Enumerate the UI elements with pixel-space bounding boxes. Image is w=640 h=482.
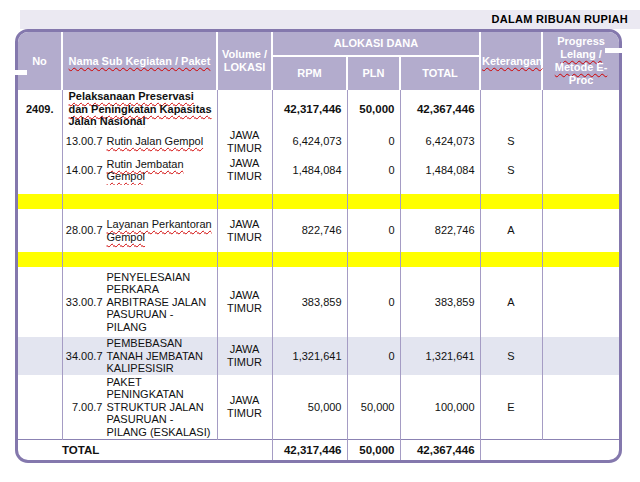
cell-rpm: 383,859	[272, 267, 347, 337]
keterangan-label: Keterangan	[482, 55, 543, 67]
col-header-progress: Progress Lelang / Metode E- Proc	[542, 32, 619, 90]
cell-name: Pelaksanaan Preservasi dan Peningkatan K…	[62, 90, 217, 128]
cell-pln: 0	[347, 337, 400, 375]
progress-line1: Progress	[557, 35, 605, 47]
cell-no	[18, 128, 62, 155]
cell-lokasi	[217, 90, 272, 128]
total-empty	[480, 439, 619, 460]
cell-keterangan: A	[480, 209, 542, 252]
paket-name: PAKET PENINGKATAN STRUKTUR JALAN PASURUA…	[107, 376, 215, 439]
cell-lokasi: JAWA TIMUR	[217, 375, 272, 439]
report-page: DALAM RIBUAN RUPIAH No Nama Sub Kegiatan…	[0, 0, 640, 482]
total-rpm: 42,317,446	[272, 439, 347, 460]
cell-lokasi: JAWA TIMUR	[217, 155, 272, 185]
progress-line2: Lelang /	[560, 48, 602, 60]
cell-total: 100,000	[400, 375, 480, 439]
col-header-nama-label: Nama Sub Kegiatan / Paket	[69, 55, 211, 67]
budget-table: No Nama Sub Kegiatan / Paket Volume / LO…	[18, 32, 619, 460]
cell-keterangan: S	[480, 337, 542, 375]
cell-lokasi: JAWA TIMUR	[217, 337, 272, 375]
cell-no	[18, 267, 62, 337]
cell-rpm: 42,317,446	[272, 90, 347, 128]
row-7-00-7: 7.00.7 PAKET PENINGKATAN STRUKTUR JALAN …	[18, 375, 619, 439]
cell-pln: 0	[347, 267, 400, 337]
cell-progress	[542, 209, 619, 252]
row-13-00-7: 13.00.7 Rutin Jalan Gempol JAWA TIMUR 6,…	[18, 128, 619, 155]
table-header: No Nama Sub Kegiatan / Paket Volume / LO…	[18, 32, 619, 90]
cell-total: 6,424,073	[400, 128, 480, 155]
total-total: 42,367,446	[400, 439, 480, 460]
cell-progress	[542, 375, 619, 439]
cell-no	[18, 337, 62, 375]
cell-lokasi: JAWA TIMUR	[217, 128, 272, 155]
cell-name: 33.00.7 PENYELESAIAN PERKARA ARBITRASE J…	[62, 267, 217, 337]
cell-rpm: 1,321,641	[272, 337, 347, 375]
paket-name: Rutin Jalan Gempol	[107, 135, 215, 148]
cell-rpm: 822,746	[272, 209, 347, 252]
cell-keterangan: E	[480, 375, 542, 439]
cell-pln: 50,000	[347, 375, 400, 439]
cell-rpm: 1,484,084	[272, 155, 347, 185]
row-14-00-7: 14.00.7 Rutin Jembatan Gempol JAWA TIMUR…	[18, 155, 619, 185]
volume-line2: LOKASI	[224, 61, 266, 73]
cell-no	[18, 155, 62, 185]
paket-code: 28.00.7	[65, 224, 107, 237]
cell-total: 1,321,641	[400, 337, 480, 375]
frame-tick-left	[13, 70, 27, 75]
paket-name: PEMBEBASAN TANAH JEMBATAN KALIPESISIR	[107, 337, 215, 375]
cell-name: 34.00.7 PEMBEBASAN TANAH JEMBATAN KALIPE…	[62, 337, 217, 375]
paket-name: Layanan Perkantoran Gempol	[107, 218, 215, 243]
paket-name: Rutin Jembatan Gempol	[107, 158, 215, 183]
row-spacer	[18, 185, 619, 194]
paket-name: PENYELESAIAN PERKARA ARBITRASE JALAN PAS…	[107, 271, 215, 334]
cell-pln: 50,000	[347, 90, 400, 128]
cell-progress	[542, 128, 619, 155]
cell-total: 1,484,084	[400, 155, 480, 185]
cell-total: 822,746	[400, 209, 480, 252]
row-28-00-7: 28.00.7 Layanan Perkantoran Gempol JAWA …	[18, 209, 619, 252]
program-name: Pelaksanaan Preservasi dan Peningkatan K…	[65, 90, 215, 128]
units-banner-label: DALAM RIBUAN RUPIAH	[492, 13, 628, 25]
cell-keterangan	[480, 90, 542, 128]
progress-line4: Proc	[569, 74, 593, 86]
col-header-nama: Nama Sub Kegiatan / Paket	[62, 32, 217, 90]
row-highlight-yellow-2	[18, 252, 619, 267]
units-banner: DALAM RIBUAN RUPIAH	[20, 10, 640, 29]
row-total: TOTAL 42,317,446 50,000 42,367,446	[18, 439, 619, 460]
cell-progress	[542, 155, 619, 185]
paket-code: 33.00.7	[65, 296, 107, 309]
cell-lokasi: JAWA TIMUR	[217, 209, 272, 252]
cell-progress	[542, 90, 619, 128]
col-header-alokasi-dana: ALOKASI DANA	[272, 32, 480, 56]
progress-line3: Metode E-	[555, 61, 608, 73]
col-header-rpm: RPM	[272, 56, 347, 90]
row-program-2409: 2409. Pelaksanaan Preservasi dan Peningk…	[18, 90, 619, 128]
paket-code: 7.00.7	[65, 401, 107, 414]
cell-name: 14.00.7 Rutin Jembatan Gempol	[62, 155, 217, 185]
cell-rpm: 50,000	[272, 375, 347, 439]
cell-progress	[542, 337, 619, 375]
cell-no	[18, 209, 62, 252]
col-header-total: TOTAL	[400, 56, 480, 90]
row-34-00-7: 34.00.7 PEMBEBASAN TANAH JEMBATAN KALIPE…	[18, 337, 619, 375]
col-header-keterangan: Keterangan	[480, 32, 542, 90]
col-header-no: No	[18, 32, 62, 90]
cell-name: 13.00.7 Rutin Jalan Gempol	[62, 128, 217, 155]
volume-line1: Volume /	[222, 48, 267, 60]
total-pln: 50,000	[347, 439, 400, 460]
row-33-00-7: 33.00.7 PENYELESAIAN PERKARA ARBITRASE J…	[18, 267, 619, 337]
cell-rpm: 6,424,073	[272, 128, 347, 155]
cell-total: 42,367,446	[400, 90, 480, 128]
budget-table-frame: No Nama Sub Kegiatan / Paket Volume / LO…	[15, 29, 622, 463]
col-header-pln: PLN	[347, 56, 400, 90]
paket-code: 34.00.7	[65, 350, 107, 363]
cell-keterangan: A	[480, 267, 542, 337]
col-header-volume: Volume / LOKASI	[217, 32, 272, 90]
paket-code: 14.00.7	[65, 164, 107, 177]
row-highlight-yellow-1	[18, 194, 619, 209]
paket-code: 13.00.7	[65, 135, 107, 148]
cell-progress	[542, 267, 619, 337]
cell-name: 28.00.7 Layanan Perkantoran Gempol	[62, 209, 217, 252]
cell-no	[18, 375, 62, 439]
cell-no: 2409.	[18, 90, 62, 128]
